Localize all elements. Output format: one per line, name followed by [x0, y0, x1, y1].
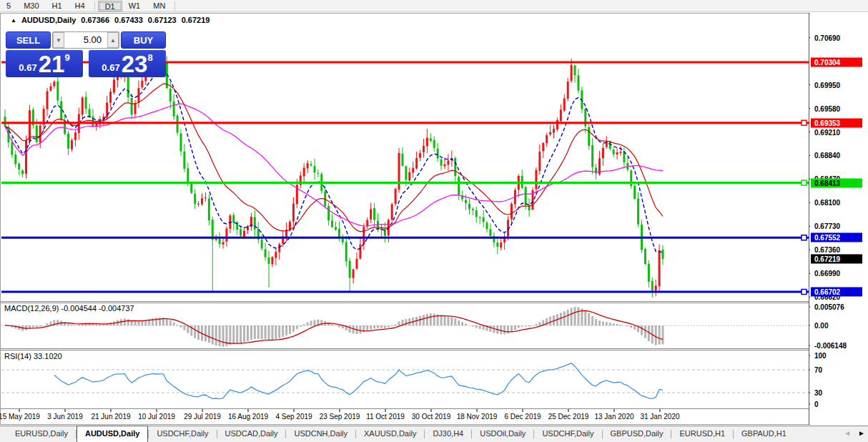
date-tick-label: 21 Jun 2019: [91, 413, 130, 421]
toolbar-separator: [94, 1, 95, 11]
tab-scroll-right-icon[interactable]: ►: [858, 429, 865, 437]
timeframe-button-h4[interactable]: H4: [69, 1, 92, 11]
chart-tab-eurusd-h1[interactable]: EURUSD,H1: [671, 426, 733, 442]
rsi-name: RSI(14): [4, 352, 31, 360]
chart-tab-usdcnh-daily[interactable]: USDCNH,Daily: [286, 426, 355, 442]
price-tick-label: 0.68840: [814, 152, 840, 159]
buy-price-sup: 8: [147, 52, 152, 63]
symbol-marker-icon: ▲: [11, 17, 16, 24]
volume-decrease-button[interactable]: ▼: [53, 32, 64, 48]
level-price-label: 0.67552: [811, 233, 862, 242]
date-tick-label: 15 May 2019: [0, 413, 40, 421]
macd-tick-label: 0.005076: [814, 303, 844, 311]
chevron-up-icon: ▲: [110, 37, 116, 44]
chart-tab-audusd-daily[interactable]: AUDUSD,Daily: [77, 426, 148, 442]
price-tick-label: 0.69950: [814, 81, 840, 89]
buy-price-big: 23: [122, 52, 148, 76]
chart-tab-usdoil-daily[interactable]: USDOil,Daily: [472, 426, 533, 442]
price-tick-label: 0.68100: [814, 199, 840, 207]
rsi-tick-label: 100: [814, 352, 827, 360]
date-tick-label: 23 Sep 2019: [320, 413, 360, 421]
price-tick-label: 0.69210: [814, 128, 840, 136]
buy-price-prefix: 0.67: [102, 62, 119, 73]
toolbar-separator: [174, 1, 175, 11]
timeframe-button-5[interactable]: 5: [0, 1, 17, 11]
volume-increase-button[interactable]: ▲: [107, 32, 119, 48]
volume-stepper: ▼ 5.00 ▲: [52, 31, 119, 49]
timeframe-button-mn[interactable]: MN: [147, 1, 172, 11]
level-price-label: 0.69353: [811, 118, 862, 127]
rsi-label: RSI(14) 33.1020: [4, 352, 62, 360]
chart-tab-dj30-h4[interactable]: DJ30,H4: [425, 426, 471, 442]
price-tick-label: 0.67730: [814, 222, 840, 230]
chart-title: ▲ AUDUSD,Daily 0.67366 0.67433 0.67123 0…: [9, 16, 212, 24]
macd-label: MACD(12,26,9) -0.004544 -0.004737: [4, 304, 134, 313]
one-click-trading-panel: SELL ▼ 5.00 ▲ BUY 0.67 21 9 0.67 23 8: [6, 31, 166, 77]
date-tick-label: 30 Oct 2019: [412, 413, 450, 421]
macd-tick-label: 0.00: [814, 322, 828, 330]
ohlc-close-value: 0.67219: [182, 16, 210, 24]
date-tick-label: 4 Sep 2019: [275, 413, 312, 421]
date-tick-label: 13 Jan 2020: [594, 413, 633, 421]
sell-price-big: 21: [39, 52, 65, 76]
mt4-window: 5M30H1H4D1W1MN ▲ AUDUSD,Daily 0.67366 0.…: [0, 0, 868, 442]
chart-tab-bar: EURUSD,DailyAUDUSD,DailyUSDCHF,DailyUSDC…: [0, 426, 868, 442]
current-price-label: 0.67219: [811, 254, 862, 263]
chart-tab-xauusd-daily[interactable]: XAUUSD,Daily: [356, 426, 424, 442]
date-tick-label: 18 Nov 2019: [457, 413, 498, 421]
price-tick-label: 0.70690: [814, 34, 840, 41]
level-price-label: 0.66702: [811, 288, 862, 297]
rsi-tick-label: 0: [814, 401, 819, 408]
buy-button[interactable]: BUY: [121, 31, 166, 49]
date-tick-label: 25 Dec 2019: [548, 413, 589, 421]
ohlc-open-value: 0.67366: [81, 16, 109, 24]
chevron-down-icon: ▼: [56, 37, 61, 44]
ohlc-high-value: 0.67433: [114, 16, 143, 24]
level-price-label: 0.68413: [811, 178, 862, 187]
date-tick-label: 31 Jan 2020: [640, 413, 679, 421]
chart-tab-usdcad-daily[interactable]: USDCAD,Daily: [217, 426, 286, 442]
chart-tab-usdchf-daily[interactable]: USDCHF,Daily: [534, 426, 601, 442]
ohlc-low-value: 0.67123: [148, 16, 177, 24]
sell-price-sup: 9: [64, 52, 69, 63]
volume-input[interactable]: 5.00: [64, 32, 107, 48]
chart-tab-eurusd-daily[interactable]: EURUSD,Daily: [7, 426, 76, 442]
macd-name: MACD(12,26,9): [4, 304, 59, 313]
date-tick-label: 16 Aug 2019: [228, 413, 268, 421]
level-price-label: 0.70304: [811, 58, 862, 67]
buy-price-display[interactable]: 0.67 23 8: [89, 50, 166, 77]
date-tick-label: 6 Dec 2019: [504, 413, 541, 421]
timeframe-button-h1[interactable]: H1: [46, 1, 69, 11]
chart-tab-gbpaud-h1[interactable]: GBPAUD,H1: [734, 426, 794, 442]
macd-tick-label: -0.006148: [814, 342, 847, 350]
price-axis: 0.706900.699500.695800.692100.688400.684…: [810, 13, 867, 425]
timeframe-toolbar: 5M30H1H4D1W1MN: [0, 0, 868, 12]
chart-symbol-label: AUDUSD,Daily: [21, 16, 76, 24]
rsi-tick-label: 70: [814, 366, 822, 374]
date-tick-label: 10 Jul 2019: [138, 413, 175, 421]
rsi-tick-label: 30: [814, 389, 822, 397]
price-tick-label: 0.66990: [814, 270, 840, 278]
chart-tab-gbpusd-daily[interactable]: GBPUSD,Daily: [603, 426, 671, 442]
sell-button[interactable]: SELL: [6, 31, 51, 49]
timeframe-button-m30[interactable]: M30: [17, 1, 45, 11]
rsi-value: 33.1020: [34, 352, 62, 360]
tab-scroll-left-icon[interactable]: ◄: [844, 429, 851, 437]
sell-price-prefix: 0.67: [19, 62, 36, 73]
price-tick-label: 0.69580: [814, 104, 840, 112]
macd-values: -0.004544 -0.004737: [61, 304, 134, 313]
price-tick-label: 0.67360: [814, 246, 840, 254]
chart-tab-usdchf-daily[interactable]: USDCHF,Daily: [149, 426, 216, 442]
timeframe-button-d1[interactable]: D1: [98, 1, 122, 11]
timeframe-button-w1[interactable]: W1: [122, 1, 147, 11]
sell-price-display[interactable]: 0.67 21 9: [6, 50, 83, 77]
date-tick-label: 11 Oct 2019: [366, 413, 405, 421]
date-tick-label: 3 Jun 2019: [47, 413, 83, 421]
date-tick-label: 29 Jul 2019: [184, 413, 221, 421]
